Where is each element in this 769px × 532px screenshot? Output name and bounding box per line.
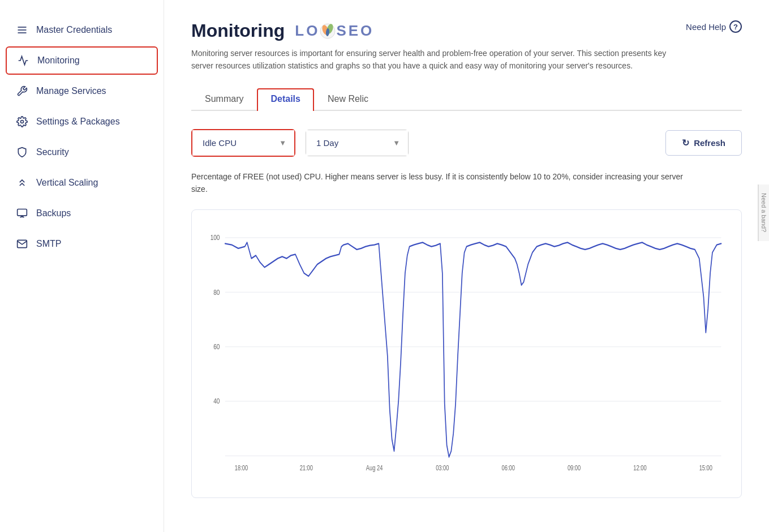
page-title-area: Monitoring LO SEO xyxy=(191,20,678,72)
main-content: Monitoring LO SEO xyxy=(164,0,769,532)
svg-text:40: 40 xyxy=(213,396,220,405)
smtp-icon xyxy=(16,238,28,250)
backups-icon xyxy=(16,207,28,220)
sidebar-item-monitoring[interactable]: Monitoring xyxy=(6,46,158,75)
scaling-icon xyxy=(16,177,28,189)
svg-text:100: 100 xyxy=(210,233,220,242)
svg-text:18:00: 18:00 xyxy=(235,464,248,471)
period-select[interactable]: 1 Hour 6 Hours 1 Day 1 Week 1 Month xyxy=(306,130,408,156)
tab-details[interactable]: Details xyxy=(257,88,313,111)
wrench-icon xyxy=(16,85,28,97)
gear-icon xyxy=(16,115,28,128)
tab-new-relic[interactable]: New Relic xyxy=(314,88,382,111)
sidebar-item-security[interactable]: Security xyxy=(0,138,164,166)
sidebar-item-label: Master Credentials xyxy=(36,25,112,35)
chart-area: 100 80 60 40 18:00 21:00 Aug 24 03:00 06… xyxy=(203,226,730,475)
sidebar-item-vertical-scaling[interactable]: Vertical Scaling xyxy=(0,169,164,197)
sidebar-item-master-credentials[interactable]: Master Credentials xyxy=(0,16,164,44)
page-title: Monitoring LO SEO xyxy=(191,20,678,41)
metric-description: Percentage of FREE (not used) CPU. Highe… xyxy=(191,170,701,196)
loyseo-logo: LO SEO xyxy=(295,22,373,40)
tab-summary[interactable]: Summary xyxy=(191,88,257,111)
svg-rect-4 xyxy=(18,209,27,216)
tabs-bar: Summary Details New Relic xyxy=(191,88,742,111)
need-help-button[interactable]: Need Help ? xyxy=(686,20,742,33)
svg-text:80: 80 xyxy=(213,288,220,297)
sidebar-item-label: Settings & Packages xyxy=(36,117,120,127)
sidebar-item-label: Backups xyxy=(36,208,71,218)
svg-text:06:00: 06:00 xyxy=(502,464,515,471)
right-band: Need a band? xyxy=(758,185,769,241)
svg-text:15:00: 15:00 xyxy=(699,464,712,471)
refresh-button[interactable]: ↻ Refresh xyxy=(665,130,742,156)
chart-container: 100 80 60 40 18:00 21:00 Aug 24 03:00 06… xyxy=(191,209,742,498)
svg-text:60: 60 xyxy=(213,342,220,351)
sidebar-item-smtp[interactable]: SMTP xyxy=(0,230,164,258)
metric-select-wrapper: Idle CPU CPU Usage Memory Usage Disk I/O… xyxy=(191,129,295,157)
chart-svg: 100 80 60 40 18:00 21:00 Aug 24 03:00 06… xyxy=(203,226,730,475)
sidebar-item-settings-packages[interactable]: Settings & Packages xyxy=(0,108,164,136)
sidebar-item-backups[interactable]: Backups xyxy=(0,199,164,228)
svg-text:09:00: 09:00 xyxy=(568,464,581,471)
refresh-icon: ↻ xyxy=(682,138,689,148)
shield-icon xyxy=(16,146,28,158)
page-header: Monitoring LO SEO xyxy=(191,20,742,72)
metric-select[interactable]: Idle CPU CPU Usage Memory Usage Disk I/O… xyxy=(192,130,294,156)
sidebar-item-label: Vertical Scaling xyxy=(36,178,98,188)
svg-text:12:00: 12:00 xyxy=(633,464,646,471)
sidebar: Master Credentials Monitoring Manage Ser… xyxy=(0,0,164,532)
svg-point-3 xyxy=(21,121,24,123)
sidebar-item-manage-services[interactable]: Manage Services xyxy=(0,77,164,105)
svg-text:03:00: 03:00 xyxy=(436,464,449,471)
sidebar-item-label: Manage Services xyxy=(36,86,106,96)
help-icon: ? xyxy=(729,20,742,33)
sidebar-item-label: SMTP xyxy=(36,239,61,249)
sidebar-item-label: Security xyxy=(36,147,69,157)
chart-icon xyxy=(17,54,29,67)
period-select-wrapper: 1 Hour 6 Hours 1 Day 1 Week 1 Month ▼ xyxy=(306,130,409,156)
menu-icon xyxy=(16,24,28,36)
controls-row: Idle CPU CPU Usage Memory Usage Disk I/O… xyxy=(191,129,742,157)
svg-text:21:00: 21:00 xyxy=(300,464,313,471)
page-description: Monitoring server resources is important… xyxy=(191,47,678,72)
loyseo-y-icon xyxy=(320,23,336,39)
sidebar-item-label: Monitoring xyxy=(37,55,80,66)
svg-text:Aug 24: Aug 24 xyxy=(366,464,383,471)
